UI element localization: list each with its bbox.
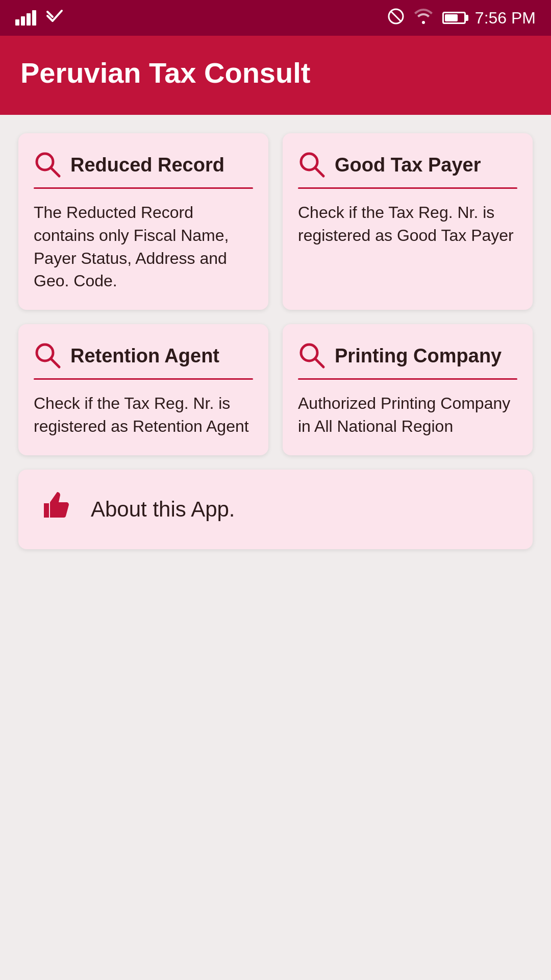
app-header: Peruvian Tax Consult [0, 36, 551, 115]
svg-line-10 [315, 359, 323, 367]
main-content: Reduced Record The Reducted Record conta… [0, 115, 551, 568]
svg-line-6 [315, 168, 323, 176]
good-tax-payer-card[interactable]: Good Tax Payer Check if the Tax Reg. Nr.… [283, 133, 533, 310]
status-bar-right: 7:56 PM [387, 8, 536, 29]
printing-company-divider [298, 378, 517, 380]
thumbs-up-icon [39, 487, 76, 532]
svg-line-8 [51, 359, 59, 367]
good-tax-payer-description: Check if the Tax Reg. Nr. is registered … [298, 201, 517, 247]
card-header-retention: Retention Agent [34, 341, 253, 370]
wifi-icon [414, 9, 433, 28]
reduced-record-title: Reduced Record [70, 154, 224, 176]
app-title: Peruvian Tax Consult [20, 56, 531, 89]
no-symbol-icon [387, 8, 405, 29]
card-header-printing: Printing Company [298, 341, 517, 370]
retention-agent-title: Retention Agent [70, 345, 219, 367]
printing-company-title: Printing Company [335, 345, 502, 367]
check-icon [45, 7, 64, 30]
printing-company-description: Authorized Printing Company in All Natio… [298, 392, 517, 438]
good-tax-payer-divider [298, 187, 517, 189]
reduced-record-divider [34, 187, 253, 189]
reduced-record-description: The Reducted Record contains only Fiscal… [34, 201, 253, 292]
search-icon [34, 151, 62, 179]
search-icon [298, 341, 327, 370]
svg-line-4 [51, 168, 59, 176]
good-tax-payer-title: Good Tax Payer [335, 154, 481, 176]
retention-agent-divider [34, 378, 253, 380]
battery-icon [442, 12, 466, 24]
search-icon [298, 151, 327, 179]
printing-company-card[interactable]: Printing Company Authorized Printing Com… [283, 324, 533, 455]
cards-grid: Reduced Record The Reducted Record conta… [18, 133, 533, 455]
reduced-record-card[interactable]: Reduced Record The Reducted Record conta… [18, 133, 268, 310]
about-card[interactable]: About this App. [18, 470, 533, 549]
signal-icon [15, 10, 36, 26]
status-time: 7:56 PM [475, 9, 536, 28]
status-bar-left [15, 7, 64, 30]
search-icon [34, 341, 62, 370]
svg-line-2 [391, 11, 401, 21]
about-label: About this App. [91, 497, 235, 522]
status-bar: 7:56 PM [0, 0, 551, 36]
retention-agent-card[interactable]: Retention Agent Check if the Tax Reg. Nr… [18, 324, 268, 455]
retention-agent-description: Check if the Tax Reg. Nr. is registered … [34, 392, 253, 438]
card-header-reduced: Reduced Record [34, 151, 253, 179]
card-header-good-tax: Good Tax Payer [298, 151, 517, 179]
